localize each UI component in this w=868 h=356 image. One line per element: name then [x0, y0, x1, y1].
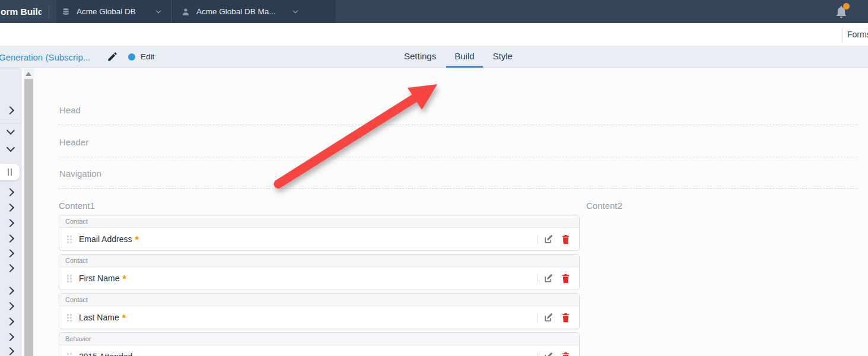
notifications-bell[interactable]	[834, 4, 848, 20]
chevron-right-icon[interactable]	[6, 219, 14, 227]
field-group-label: Contact	[59, 294, 579, 306]
notification-badge	[843, 3, 850, 9]
form-tabs: Settings Build Style	[396, 46, 521, 68]
field-row: 2015 Attended	[59, 345, 579, 356]
trash-icon	[561, 234, 570, 244]
edit-field-button[interactable]	[543, 313, 554, 323]
secondary-nav: Forms	[0, 23, 868, 46]
chevron-right-icon[interactable]	[6, 347, 14, 355]
topbar-divider	[49, 5, 49, 18]
forms-breadcrumb[interactable]: Forms	[847, 30, 868, 39]
tab-build[interactable]: Build	[446, 46, 482, 68]
edit-icon	[543, 313, 554, 323]
form-canvas: Head Header Navigation Content1 Contact …	[34, 68, 868, 356]
edit-field-button[interactable]	[543, 234, 554, 244]
pencil-icon	[107, 51, 118, 62]
field-row: First Name *	[59, 267, 579, 290]
section-label: Head	[59, 105, 81, 115]
required-asterisk: *	[122, 313, 126, 324]
field-label: Last Name	[79, 313, 119, 322]
edit-icon	[543, 352, 554, 356]
section-navigation[interactable]: Navigation	[59, 157, 857, 189]
chevron-right-icon[interactable]	[6, 302, 14, 310]
chevron-right-icon[interactable]	[6, 204, 14, 212]
field-group-label: Contact	[59, 255, 579, 267]
chevron-right-icon[interactable]	[6, 317, 14, 326]
marketing-database-dropdown[interactable]: Acme Global DB Ma...	[171, 0, 336, 23]
section-label: Header	[59, 137, 88, 147]
trash-icon	[561, 313, 570, 323]
delete-field-button[interactable]	[561, 274, 570, 284]
chevron-down-icon[interactable]	[7, 126, 15, 135]
builder-body: Head Header Navigation Content1 Contact …	[0, 68, 868, 356]
field-label: 2015 Attended	[79, 352, 132, 356]
top-app-bar: orm Builder Acme Global DB Acme Global D…	[0, 0, 868, 23]
chevron-down-icon[interactable]	[7, 144, 15, 152]
collapsed-left-panel	[0, 68, 22, 356]
chevron-right-icon[interactable]	[6, 249, 14, 258]
status-badge: Edit	[128, 46, 154, 68]
database-icon	[61, 7, 71, 17]
actions-divider	[538, 235, 538, 244]
delete-field-button[interactable]	[561, 313, 570, 323]
form-name[interactable]: Generation (Subscrip...	[0, 52, 90, 62]
drag-handle-icon[interactable]	[67, 275, 72, 282]
chevron-right-icon[interactable]	[6, 287, 14, 295]
status-label: Edit	[141, 52, 154, 61]
field-card-first-name[interactable]: Contact First Name *	[59, 254, 580, 290]
rename-form-button[interactable]	[107, 51, 118, 62]
drag-handle-icon[interactable]	[67, 314, 72, 322]
sidebar-divider	[0, 123, 22, 123]
form-builder-page: orm Builder Acme Global DB Acme Global D…	[0, 0, 868, 356]
scrollbar-thumb[interactable]	[24, 79, 33, 356]
tab-settings[interactable]: Settings	[396, 46, 444, 68]
context-dropdowns: Acme Global DB Acme Global DB Ma...	[56, 0, 336, 23]
panel-resize-handle[interactable]	[0, 164, 20, 180]
field-group-label: Behavior	[59, 333, 579, 345]
chevron-right-icon[interactable]	[6, 106, 14, 115]
section-head[interactable]: Head	[59, 68, 857, 125]
field-group-label: Contact	[59, 215, 579, 228]
chevron-right-icon[interactable]	[6, 333, 14, 341]
drag-handle-icon[interactable]	[67, 353, 72, 356]
field-card-2015-attended[interactable]: Behavior 2015 Attended	[59, 332, 580, 356]
trash-icon	[561, 274, 570, 284]
field-row: Last Name *	[59, 306, 579, 329]
field-card-last-name[interactable]: Contact Last Name *	[59, 293, 580, 329]
app-title: orm Builder	[0, 7, 42, 17]
field-row: Email Address *	[59, 228, 579, 250]
column-label: Content2	[586, 201, 857, 211]
person-icon	[181, 7, 190, 17]
edit-icon	[543, 234, 554, 244]
section-label: Navigation	[59, 169, 101, 179]
tab-style[interactable]: Style	[485, 46, 521, 68]
content1-column: Content1 Contact Email Address *	[59, 201, 580, 356]
chevron-right-icon[interactable]	[6, 264, 14, 272]
section-header[interactable]: Header	[59, 125, 857, 157]
delete-field-button[interactable]	[561, 234, 570, 244]
delete-field-button[interactable]	[561, 352, 570, 356]
chevron-right-icon[interactable]	[6, 234, 14, 243]
trash-icon	[561, 352, 570, 356]
vertical-scrollbar[interactable]	[24, 68, 34, 356]
content-columns: Content1 Contact Email Address *	[59, 189, 857, 356]
chevron-right-icon[interactable]	[6, 188, 14, 196]
column-label: Content1	[59, 201, 580, 211]
edit-field-button[interactable]	[543, 274, 554, 284]
edit-field-button[interactable]	[543, 352, 554, 356]
field-card-email-address[interactable]: Contact Email Address *	[59, 215, 580, 251]
content2-column: Content2	[586, 201, 857, 211]
marketing-database-label: Acme Global DB Ma...	[196, 7, 276, 16]
drag-handle-icon[interactable]	[67, 236, 72, 243]
scroll-up-arrow-icon[interactable]	[26, 72, 31, 76]
required-asterisk: *	[122, 274, 126, 285]
actions-divider	[538, 274, 538, 283]
chevron-down-icon	[291, 8, 300, 16]
workspace-dropdown[interactable]: Acme Global DB	[56, 0, 171, 23]
nav-divider	[842, 27, 843, 42]
form-toolbar: Generation (Subscrip... Edit Settings Bu…	[0, 46, 868, 68]
status-dot-icon	[128, 53, 135, 61]
field-label: First Name	[79, 274, 119, 283]
field-label: Email Address	[79, 234, 132, 244]
edit-icon	[543, 274, 554, 284]
